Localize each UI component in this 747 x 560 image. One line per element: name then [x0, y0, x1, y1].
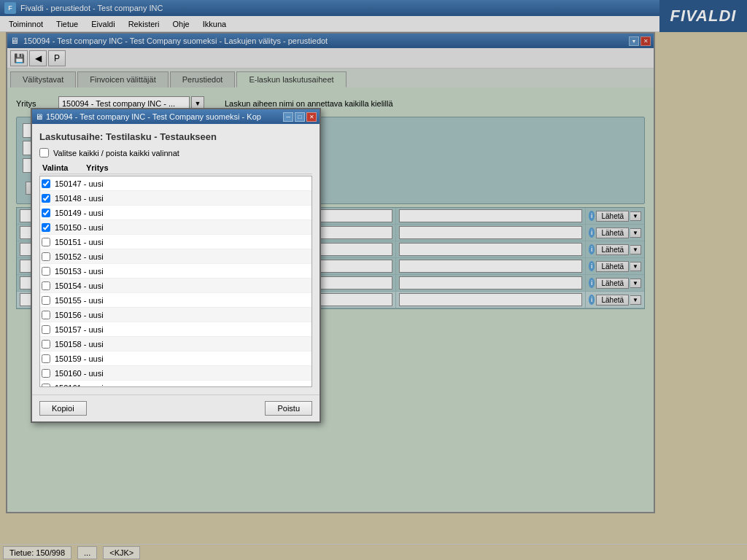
- select-all-checkbox[interactable]: [39, 148, 49, 158]
- item-label-150153: 150153 - uusi: [55, 267, 104, 276]
- item-checkbox-150155[interactable]: [42, 296, 50, 305]
- item-label-150155: 150155 - uusi: [55, 296, 104, 305]
- col-header-valinta: Valinta: [39, 162, 83, 174]
- item-label-150156: 150156 - uusi: [55, 311, 104, 319]
- item-checkbox-150154[interactable]: [42, 281, 50, 290]
- item-checkbox-150158[interactable]: [42, 340, 50, 349]
- item-checkbox-150149[interactable]: [42, 209, 50, 217]
- item-checkbox-150159[interactable]: [42, 354, 50, 363]
- dialog-maximize-button[interactable]: □: [295, 112, 305, 122]
- dialog-content: Laskutusaihe: Testilasku - Testaukseen V…: [32, 124, 320, 394]
- list-item: 150157 - uusi: [40, 322, 311, 337]
- select-all-label: Valitse kaikki / poista kaikki valinnat: [53, 149, 179, 158]
- list-item: 150154 - uusi: [40, 279, 311, 293]
- item-label-150154: 150154 - uusi: [55, 281, 104, 290]
- dialog-icon: 🖥: [35, 112, 43, 121]
- list-item: 150153 - uusi: [40, 264, 311, 279]
- list-item: 150160 - uusi: [40, 366, 311, 381]
- list-item: 150147 - uusi: [40, 176, 311, 191]
- item-label-150158: 150158 - uusi: [55, 340, 104, 349]
- list-item: 150151 - uusi: [40, 235, 311, 249]
- item-checkbox-150147[interactable]: [42, 179, 50, 188]
- dialog-footer: Kopioi Poistu: [32, 394, 320, 421]
- select-all-row: Valitse kaikki / poista kaikki valinnat: [39, 148, 312, 158]
- item-checkbox-150150[interactable]: [42, 223, 50, 232]
- item-label-150147: 150147 - uusi: [55, 179, 104, 188]
- poistu-button[interactable]: Poistu: [265, 401, 312, 416]
- dialog-close-button[interactable]: ✕: [306, 112, 317, 122]
- item-label-150159: 150159 - uusi: [55, 354, 104, 363]
- item-checkbox-150152[interactable]: [42, 252, 50, 261]
- item-label-150149: 150149 - uusi: [55, 209, 104, 217]
- dialog-heading: Laskutusaihe: Testilasku - Testaukseen: [39, 131, 312, 142]
- columns-header: Valinta Yritys: [39, 162, 312, 174]
- list-item: 150159 - uusi: [40, 351, 311, 366]
- dialog-minimize-button[interactable]: ─: [283, 112, 293, 122]
- dialog-overlay: 🖥 150094 - Test company INC - Test Compa…: [0, 0, 747, 560]
- list-item: 150150 - uusi: [40, 220, 311, 235]
- item-checkbox-150153[interactable]: [42, 267, 50, 276]
- item-checkbox-150160[interactable]: [42, 369, 50, 378]
- item-checkbox-150161[interactable]: [42, 384, 50, 388]
- list-item: 150161 - uusi: [40, 381, 311, 387]
- list-item: 150155 - uusi: [40, 293, 311, 308]
- copy-dialog: 🖥 150094 - Test company INC - Test Compa…: [31, 108, 321, 423]
- item-list: 150147 - uusi 150148 - uusi 150149 - uus…: [39, 176, 312, 387]
- item-label-150160: 150160 - uusi: [55, 369, 104, 378]
- item-label-150161: 150161 - uusi: [55, 384, 104, 388]
- item-label-150157: 150157 - uusi: [55, 325, 104, 334]
- dialog-title: 150094 - Test company INC - Test Company…: [46, 112, 261, 121]
- list-item: 150149 - uusi: [40, 206, 311, 220]
- dialog-title-bar: 🖥 150094 - Test company INC - Test Compa…: [32, 109, 320, 124]
- item-label-150148: 150148 - uusi: [55, 194, 104, 203]
- item-label-150151: 150151 - uusi: [55, 238, 104, 246]
- item-label-150150: 150150 - uusi: [55, 223, 104, 232]
- list-item: 150152 - uusi: [40, 249, 311, 264]
- item-checkbox-150148[interactable]: [42, 194, 50, 203]
- list-item: 150148 - uusi: [40, 191, 311, 206]
- kopioi-button[interactable]: Kopioi: [39, 401, 87, 416]
- col-header-yritys: Yritys: [83, 162, 112, 174]
- list-item: 150158 - uusi: [40, 337, 311, 351]
- item-label-150152: 150152 - uusi: [55, 252, 104, 261]
- item-checkbox-150157[interactable]: [42, 325, 50, 334]
- item-checkbox-150156[interactable]: [42, 311, 50, 319]
- list-item: 150156 - uusi: [40, 308, 311, 322]
- item-checkbox-150151[interactable]: [42, 238, 50, 246]
